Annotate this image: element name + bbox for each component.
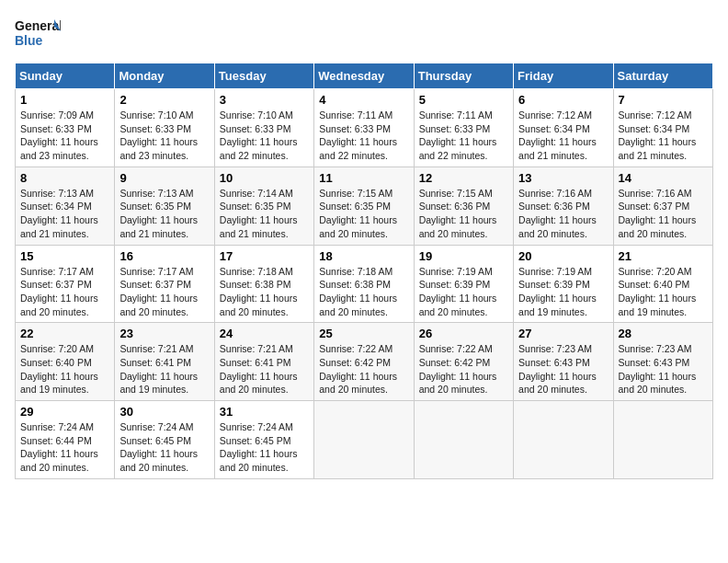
day-info: Sunrise: 7:22 AMSunset: 6:42 PMDaylight:… xyxy=(419,342,508,396)
day-number: 9 xyxy=(119,171,209,185)
day-number: 19 xyxy=(419,249,508,263)
day-info: Sunrise: 7:24 AMSunset: 6:45 PMDaylight:… xyxy=(220,420,309,475)
day-info: Sunrise: 7:13 AMSunset: 6:34 PMDaylight:… xyxy=(20,187,109,241)
calendar-cell xyxy=(514,401,613,479)
calendar-cell: 21 Sunrise: 7:20 AMSunset: 6:40 PMDaylig… xyxy=(613,245,712,323)
day-info: Sunrise: 7:10 AMSunset: 6:33 PMDaylight:… xyxy=(119,109,209,163)
day-number: 22 xyxy=(20,327,109,340)
calendar-cell: 2 Sunrise: 7:10 AMSunset: 6:33 PMDayligh… xyxy=(115,89,214,167)
day-info: Sunrise: 7:23 AMSunset: 6:43 PMDaylight:… xyxy=(518,342,608,396)
day-info: Sunrise: 7:21 AMSunset: 6:41 PMDaylight:… xyxy=(220,342,309,396)
day-number: 24 xyxy=(220,327,309,340)
calendar-cell: 28 Sunrise: 7:23 AMSunset: 6:43 PMDaylig… xyxy=(613,323,712,401)
weekday-header-saturday: Saturday xyxy=(613,63,712,89)
day-number: 17 xyxy=(220,249,309,263)
calendar-cell: 31 Sunrise: 7:24 AMSunset: 6:45 PMDaylig… xyxy=(214,401,313,479)
calendar-cell: 17 Sunrise: 7:18 AMSunset: 6:38 PMDaylig… xyxy=(214,245,313,323)
calendar-cell: 6 Sunrise: 7:12 AMSunset: 6:34 PMDayligh… xyxy=(514,89,613,167)
weekday-header-sunday: Sunday xyxy=(16,63,115,89)
day-info: Sunrise: 7:16 AMSunset: 6:36 PMDaylight:… xyxy=(518,187,608,241)
day-number: 14 xyxy=(619,171,708,185)
logo: General Blue xyxy=(15,15,61,52)
calendar-cell: 30 Sunrise: 7:24 AMSunset: 6:45 PMDaylig… xyxy=(115,401,214,479)
day-info: Sunrise: 7:11 AMSunset: 6:33 PMDaylight:… xyxy=(419,109,508,163)
calendar-cell: 8 Sunrise: 7:13 AMSunset: 6:34 PMDayligh… xyxy=(16,167,115,245)
calendar-header: General Blue xyxy=(15,15,713,52)
calendar-table: SundayMondayTuesdayWednesdayThursdayFrid… xyxy=(15,63,713,479)
calendar-cell: 9 Sunrise: 7:13 AMSunset: 6:35 PMDayligh… xyxy=(115,167,214,245)
day-number: 27 xyxy=(518,327,608,340)
calendar-cell: 1 Sunrise: 7:09 AMSunset: 6:33 PMDayligh… xyxy=(16,89,115,167)
calendar-cell: 29 Sunrise: 7:24 AMSunset: 6:44 PMDaylig… xyxy=(16,401,115,479)
svg-text:Blue: Blue xyxy=(15,33,43,48)
weekday-header-friday: Friday xyxy=(514,63,613,89)
calendar-cell: 14 Sunrise: 7:16 AMSunset: 6:37 PMDaylig… xyxy=(613,167,712,245)
weekday-header-wednesday: Wednesday xyxy=(314,63,414,89)
day-info: Sunrise: 7:23 AMSunset: 6:43 PMDaylight:… xyxy=(619,342,708,396)
day-info: Sunrise: 7:19 AMSunset: 6:39 PMDaylight:… xyxy=(518,265,608,319)
calendar-cell xyxy=(613,401,712,479)
calendar-cell: 15 Sunrise: 7:17 AMSunset: 6:37 PMDaylig… xyxy=(16,245,115,323)
day-number: 30 xyxy=(119,405,209,419)
day-number: 26 xyxy=(419,327,508,340)
day-number: 20 xyxy=(518,249,608,263)
calendar-cell xyxy=(314,401,414,479)
day-info: Sunrise: 7:19 AMSunset: 6:39 PMDaylight:… xyxy=(419,265,508,319)
calendar-cell: 10 Sunrise: 7:14 AMSunset: 6:35 PMDaylig… xyxy=(214,167,313,245)
calendar-cell: 5 Sunrise: 7:11 AMSunset: 6:33 PMDayligh… xyxy=(414,89,513,167)
day-info: Sunrise: 7:17 AMSunset: 6:37 PMDaylight:… xyxy=(20,265,109,319)
day-number: 25 xyxy=(319,327,408,340)
calendar-cell: 20 Sunrise: 7:19 AMSunset: 6:39 PMDaylig… xyxy=(514,245,613,323)
calendar-cell: 27 Sunrise: 7:23 AMSunset: 6:43 PMDaylig… xyxy=(514,323,613,401)
day-info: Sunrise: 7:15 AMSunset: 6:36 PMDaylight:… xyxy=(419,187,508,241)
weekday-header-tuesday: Tuesday xyxy=(214,63,313,89)
day-number: 11 xyxy=(319,171,408,185)
day-info: Sunrise: 7:20 AMSunset: 6:40 PMDaylight:… xyxy=(619,265,708,319)
calendar-cell: 22 Sunrise: 7:20 AMSunset: 6:40 PMDaylig… xyxy=(16,323,115,401)
day-number: 18 xyxy=(319,249,408,263)
day-number: 5 xyxy=(419,93,508,107)
day-number: 16 xyxy=(119,249,209,263)
day-info: Sunrise: 7:15 AMSunset: 6:35 PMDaylight:… xyxy=(319,187,408,241)
day-info: Sunrise: 7:16 AMSunset: 6:37 PMDaylight:… xyxy=(619,187,708,241)
day-number: 12 xyxy=(419,171,508,185)
day-info: Sunrise: 7:11 AMSunset: 6:33 PMDaylight:… xyxy=(319,109,408,163)
calendar-cell: 19 Sunrise: 7:19 AMSunset: 6:39 PMDaylig… xyxy=(414,245,513,323)
day-number: 21 xyxy=(619,249,708,263)
day-number: 15 xyxy=(20,249,109,263)
day-info: Sunrise: 7:17 AMSunset: 6:37 PMDaylight:… xyxy=(119,265,209,319)
calendar-cell: 11 Sunrise: 7:15 AMSunset: 6:35 PMDaylig… xyxy=(314,167,414,245)
day-number: 4 xyxy=(319,93,408,107)
calendar-cell: 12 Sunrise: 7:15 AMSunset: 6:36 PMDaylig… xyxy=(414,167,513,245)
weekday-header-thursday: Thursday xyxy=(414,63,513,89)
logo-svg: General Blue xyxy=(15,15,61,52)
day-number: 23 xyxy=(119,327,209,340)
day-number: 8 xyxy=(20,171,109,185)
weekday-header-monday: Monday xyxy=(115,63,214,89)
calendar-cell: 4 Sunrise: 7:11 AMSunset: 6:33 PMDayligh… xyxy=(314,89,414,167)
calendar-cell: 18 Sunrise: 7:18 AMSunset: 6:38 PMDaylig… xyxy=(314,245,414,323)
day-info: Sunrise: 7:12 AMSunset: 6:34 PMDaylight:… xyxy=(619,109,708,163)
calendar-cell: 23 Sunrise: 7:21 AMSunset: 6:41 PMDaylig… xyxy=(115,323,214,401)
day-info: Sunrise: 7:14 AMSunset: 6:35 PMDaylight:… xyxy=(220,187,309,241)
day-info: Sunrise: 7:10 AMSunset: 6:33 PMDaylight:… xyxy=(220,109,309,163)
calendar-cell: 26 Sunrise: 7:22 AMSunset: 6:42 PMDaylig… xyxy=(414,323,513,401)
day-number: 7 xyxy=(619,93,708,107)
day-info: Sunrise: 7:24 AMSunset: 6:44 PMDaylight:… xyxy=(20,420,109,475)
day-info: Sunrise: 7:13 AMSunset: 6:35 PMDaylight:… xyxy=(119,187,209,241)
day-info: Sunrise: 7:21 AMSunset: 6:41 PMDaylight:… xyxy=(119,342,209,396)
day-number: 13 xyxy=(518,171,608,185)
day-info: Sunrise: 7:09 AMSunset: 6:33 PMDaylight:… xyxy=(20,109,109,163)
calendar-cell: 16 Sunrise: 7:17 AMSunset: 6:37 PMDaylig… xyxy=(115,245,214,323)
day-info: Sunrise: 7:18 AMSunset: 6:38 PMDaylight:… xyxy=(319,265,408,319)
day-number: 1 xyxy=(20,93,109,107)
day-info: Sunrise: 7:12 AMSunset: 6:34 PMDaylight:… xyxy=(518,109,608,163)
day-info: Sunrise: 7:18 AMSunset: 6:38 PMDaylight:… xyxy=(220,265,309,319)
day-info: Sunrise: 7:24 AMSunset: 6:45 PMDaylight:… xyxy=(119,420,209,475)
calendar-cell: 13 Sunrise: 7:16 AMSunset: 6:36 PMDaylig… xyxy=(514,167,613,245)
calendar-cell: 24 Sunrise: 7:21 AMSunset: 6:41 PMDaylig… xyxy=(214,323,313,401)
day-number: 3 xyxy=(220,93,309,107)
calendar-cell xyxy=(414,401,513,479)
day-number: 31 xyxy=(220,405,309,419)
calendar-cell: 25 Sunrise: 7:22 AMSunset: 6:42 PMDaylig… xyxy=(314,323,414,401)
